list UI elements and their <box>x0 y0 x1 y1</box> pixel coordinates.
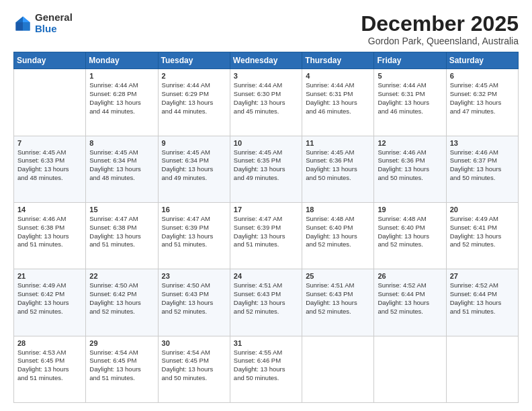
title-block: December 2025 Gordon Park, Queensland, A… <box>361 12 519 46</box>
day-number: 11 <box>306 139 370 147</box>
cell-line-2: Daylight: 13 hours <box>234 165 298 174</box>
cell-line-3: and 50 minutes. <box>378 174 442 183</box>
day-number: 29 <box>89 339 154 347</box>
day-number: 20 <box>450 205 515 214</box>
day-number: 19 <box>378 205 442 214</box>
cell-line-2: Daylight: 13 hours <box>234 299 298 308</box>
cell-line-2: Daylight: 13 hours <box>17 365 82 374</box>
day-number: 15 <box>89 205 154 214</box>
cell-line-3: and 50 minutes. <box>234 374 298 383</box>
cell-line-2: Daylight: 13 hours <box>89 365 154 374</box>
cell-line-0: Sunrise: 4:45 AM <box>17 148 82 157</box>
cell-line-3: and 44 minutes. <box>89 107 154 116</box>
header-sunday: Sunday <box>14 52 86 69</box>
cell-line-0: Sunrise: 4:46 AM <box>378 148 442 157</box>
logo: General Blue <box>13 12 73 34</box>
cell-line-0: Sunrise: 4:51 AM <box>234 281 298 290</box>
cell-line-3: and 51 minutes. <box>89 374 154 383</box>
day-number: 13 <box>450 139 515 147</box>
calendar-cell: 31Sunrise: 4:55 AMSunset: 6:46 PMDayligh… <box>230 336 302 402</box>
calendar-cell: 25Sunrise: 4:51 AMSunset: 6:43 PMDayligh… <box>302 269 374 336</box>
cell-line-0: Sunrise: 4:52 AM <box>450 281 515 290</box>
calendar-cell: 16Sunrise: 4:47 AMSunset: 6:39 PMDayligh… <box>158 202 230 269</box>
day-number: 1 <box>89 72 154 80</box>
header-tuesday: Tuesday <box>158 52 230 69</box>
cell-line-0: Sunrise: 4:49 AM <box>450 215 515 224</box>
cell-line-0: Sunrise: 4:46 AM <box>17 215 82 224</box>
cell-line-3: and 52 minutes. <box>450 240 515 249</box>
cell-line-3: and 48 minutes. <box>89 174 154 183</box>
calendar-cell: 29Sunrise: 4:54 AMSunset: 6:45 PMDayligh… <box>86 336 158 402</box>
calendar-cell: 27Sunrise: 4:52 AMSunset: 6:44 PMDayligh… <box>446 269 518 336</box>
cell-line-0: Sunrise: 4:44 AM <box>234 81 298 90</box>
week-row-2: 7Sunrise: 4:45 AMSunset: 6:33 PMDaylight… <box>14 136 519 202</box>
cell-line-3: and 51 minutes. <box>17 240 82 249</box>
cell-line-1: Sunset: 6:29 PM <box>162 90 226 99</box>
day-number: 14 <box>17 205 82 214</box>
cell-line-1: Sunset: 6:37 PM <box>450 156 515 165</box>
calendar-cell <box>14 69 86 136</box>
cell-line-1: Sunset: 6:31 PM <box>306 90 370 99</box>
cell-line-1: Sunset: 6:45 PM <box>17 357 82 365</box>
cell-line-1: Sunset: 6:35 PM <box>234 156 298 165</box>
cell-line-1: Sunset: 6:40 PM <box>306 224 370 232</box>
calendar-cell: 17Sunrise: 4:47 AMSunset: 6:39 PMDayligh… <box>230 202 302 269</box>
cell-line-0: Sunrise: 4:54 AM <box>162 349 226 357</box>
cell-line-1: Sunset: 6:34 PM <box>89 156 154 165</box>
logo-text: General Blue <box>35 12 73 34</box>
calendar-body: 1Sunrise: 4:44 AMSunset: 6:28 PMDaylight… <box>14 69 519 403</box>
logo-general-text: General <box>35 12 73 24</box>
svg-marker-3 <box>23 22 30 30</box>
calendar-cell: 11Sunrise: 4:45 AMSunset: 6:36 PMDayligh… <box>302 136 374 202</box>
cell-line-1: Sunset: 6:34 PM <box>162 156 226 165</box>
cell-line-1: Sunset: 6:45 PM <box>89 357 154 365</box>
cell-line-2: Daylight: 13 hours <box>306 99 370 107</box>
header-friday: Friday <box>374 52 446 69</box>
cell-line-3: and 50 minutes. <box>162 374 226 383</box>
cell-line-3: and 46 minutes. <box>378 107 442 116</box>
calendar-cell: 20Sunrise: 4:49 AMSunset: 6:41 PMDayligh… <box>446 202 518 269</box>
cell-line-3: and 52 minutes. <box>89 308 154 316</box>
cell-line-3: and 44 minutes. <box>162 107 226 116</box>
calendar-cell: 30Sunrise: 4:54 AMSunset: 6:45 PMDayligh… <box>158 336 230 402</box>
cell-line-3: and 52 minutes. <box>378 240 442 249</box>
cell-line-2: Daylight: 13 hours <box>162 299 226 308</box>
cell-line-2: Daylight: 13 hours <box>234 365 298 374</box>
day-number: 31 <box>234 339 298 347</box>
day-number: 8 <box>89 139 154 147</box>
cell-line-1: Sunset: 6:39 PM <box>162 224 226 232</box>
header: General Blue December 2025 Gordon Park, … <box>13 12 519 46</box>
calendar-cell: 5Sunrise: 4:44 AMSunset: 6:31 PMDaylight… <box>374 69 446 136</box>
calendar-cell: 26Sunrise: 4:52 AMSunset: 6:44 PMDayligh… <box>374 269 446 336</box>
cell-line-0: Sunrise: 4:45 AM <box>89 148 154 157</box>
cell-line-2: Daylight: 13 hours <box>17 299 82 308</box>
cell-line-2: Daylight: 13 hours <box>306 299 370 308</box>
cell-line-1: Sunset: 6:43 PM <box>234 290 298 299</box>
cell-line-0: Sunrise: 4:51 AM <box>306 281 370 290</box>
calendar-table: SundayMondayTuesdayWednesdayThursdayFrid… <box>13 52 519 403</box>
day-number: 9 <box>162 139 226 147</box>
day-number: 21 <box>17 272 82 280</box>
cell-line-3: and 49 minutes. <box>162 174 226 183</box>
cell-line-1: Sunset: 6:46 PM <box>234 357 298 365</box>
calendar-cell: 6Sunrise: 4:45 AMSunset: 6:32 PMDaylight… <box>446 69 518 136</box>
day-number: 22 <box>89 272 154 280</box>
cell-line-0: Sunrise: 4:44 AM <box>378 81 442 90</box>
cell-line-0: Sunrise: 4:45 AM <box>450 81 515 90</box>
cell-line-1: Sunset: 6:31 PM <box>378 90 442 99</box>
header-saturday: Saturday <box>446 52 518 69</box>
cell-line-2: Daylight: 13 hours <box>162 365 226 374</box>
calendar-cell: 21Sunrise: 4:49 AMSunset: 6:42 PMDayligh… <box>14 269 86 336</box>
cell-line-3: and 52 minutes. <box>306 240 370 249</box>
calendar-cell: 19Sunrise: 4:48 AMSunset: 6:40 PMDayligh… <box>374 202 446 269</box>
cell-line-1: Sunset: 6:36 PM <box>306 156 370 165</box>
calendar-cell: 18Sunrise: 4:48 AMSunset: 6:40 PMDayligh… <box>302 202 374 269</box>
svg-marker-2 <box>16 22 24 30</box>
calendar-cell: 23Sunrise: 4:50 AMSunset: 6:43 PMDayligh… <box>158 269 230 336</box>
day-number: 4 <box>306 72 370 80</box>
cell-line-2: Daylight: 13 hours <box>450 99 515 107</box>
main-title: December 2025 <box>361 12 519 36</box>
cell-line-3: and 52 minutes. <box>17 308 82 316</box>
cell-line-2: Daylight: 13 hours <box>234 232 298 241</box>
cell-line-1: Sunset: 6:43 PM <box>306 290 370 299</box>
